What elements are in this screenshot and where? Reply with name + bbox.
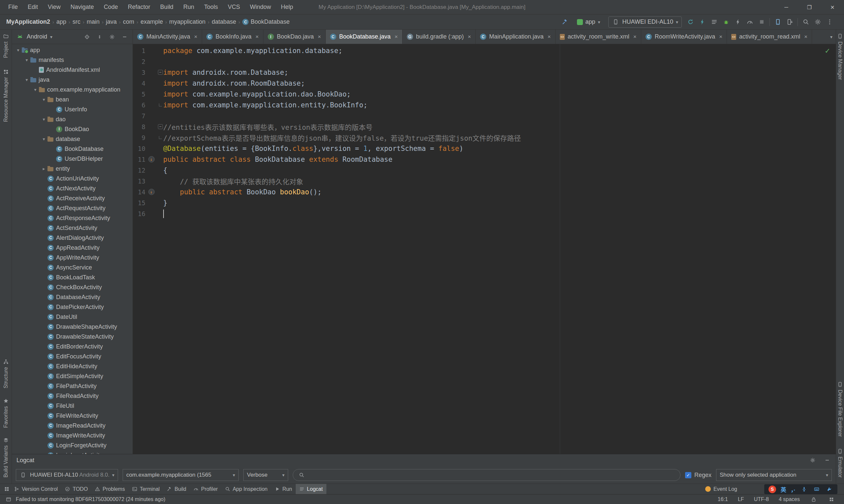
tree-item-bookloadtask[interactable]: CBookLoadTask: [12, 272, 133, 282]
logcat-filter-select[interactable]: Show only selected application: [716, 469, 832, 481]
code-line[interactable]: 11↓public abstract class BookDatabase ex…: [133, 154, 836, 165]
build-hammer-icon[interactable]: [561, 18, 569, 26]
tree-item-actnextactivity[interactable]: CActNextActivity: [12, 183, 133, 193]
editor-tab-bookdao-java[interactable]: IBookDao.java: [263, 30, 326, 44]
tree-item-edithideactivity[interactable]: CEditHideActivity: [12, 361, 133, 371]
implemented-marker-icon[interactable]: ↓: [148, 189, 155, 195]
tree-item-asyncservice[interactable]: CAsyncService: [12, 263, 133, 272]
logcat-level-select[interactable]: Verbose: [243, 469, 288, 481]
close-tab-icon[interactable]: [719, 34, 722, 40]
tool-stripe-button-device-manager[interactable]: Device Manager: [837, 34, 843, 80]
code-line[interactable]: 15}: [133, 197, 836, 208]
close-button[interactable]: [821, 0, 844, 15]
tool-button-build[interactable]: Build: [163, 484, 190, 494]
tree-item-actionuriactivity[interactable]: CActionUriActivity: [12, 174, 133, 183]
tree-item-checkboxactivity[interactable]: CCheckBoxActivity: [12, 282, 133, 292]
tree-item-app[interactable]: app: [12, 45, 133, 55]
close-tab-icon[interactable]: [194, 34, 197, 40]
tree-item-bean[interactable]: bean: [12, 94, 133, 104]
tool-window-switcher-icon[interactable]: [3, 485, 11, 493]
tree-item-filepathactivity[interactable]: CFilePathActivity: [12, 381, 133, 391]
tool-button-version-control[interactable]: Version Control: [11, 484, 61, 494]
attach-debugger-icon[interactable]: [710, 18, 718, 26]
tree-item-appreadactivity[interactable]: CAppReadActivity: [12, 243, 133, 253]
indent-indicator[interactable]: 4 spaces: [779, 497, 800, 502]
tree-item-datepickeractivity[interactable]: CDatePickerActivity: [12, 302, 133, 312]
menu-navigate[interactable]: Navigate: [66, 0, 99, 14]
tool-stripe-button-emulator[interactable]: Emulator: [837, 449, 843, 478]
line-number[interactable]: 4: [133, 80, 145, 87]
editor-tab-bookdatabase-java[interactable]: CBookDatabase.java: [326, 30, 402, 44]
chevron-down-icon[interactable]: [15, 48, 22, 53]
tree-item-dao[interactable]: dao: [12, 114, 133, 124]
line-number[interactable]: 16: [133, 210, 145, 217]
tree-item-databaseactivity[interactable]: CDatabaseActivity: [12, 292, 133, 302]
tool-stripe-button-project[interactable]: Project: [3, 34, 9, 58]
tree-item-editfocusactivity[interactable]: CEditFocusActivity: [12, 352, 133, 361]
code-line[interactable]: 1package com.example.myapplication.datab…: [133, 45, 836, 56]
breadcrumb-item[interactable]: app: [55, 18, 67, 25]
hide-panel-icon[interactable]: [121, 33, 128, 41]
line-number[interactable]: 10: [133, 145, 145, 152]
run-configuration-select[interactable]: app: [574, 16, 604, 28]
close-tab-icon[interactable]: [548, 34, 551, 40]
stop-icon[interactable]: [758, 18, 765, 26]
line-number[interactable]: 14: [133, 188, 145, 196]
tool-stripe-button-structure[interactable]: Structure: [3, 359, 9, 389]
toolbox-icon[interactable]: [825, 485, 833, 493]
implemented-marker-icon[interactable]: ↓: [148, 156, 155, 162]
tree-item-manifests[interactable]: manifests: [12, 55, 133, 65]
line-number[interactable]: 11: [133, 156, 145, 163]
more-options-icon[interactable]: [826, 18, 833, 26]
tree-item-imagewriteactivity[interactable]: CImageWriteActivity: [12, 431, 133, 440]
menu-code[interactable]: Code: [99, 0, 123, 14]
panel-settings-icon[interactable]: [108, 33, 116, 41]
chevron-down-icon[interactable]: [40, 137, 48, 142]
project-view-selector[interactable]: Android: [27, 33, 47, 40]
tree-item-bookdao[interactable]: IBookDao: [12, 124, 133, 134]
profiler-icon[interactable]: [746, 18, 754, 26]
device-manager-icon[interactable]: [774, 18, 782, 26]
menu-view[interactable]: View: [43, 0, 66, 14]
collapse-all-icon[interactable]: [96, 33, 104, 41]
code-line[interactable]: 16: [133, 208, 836, 219]
logcat-settings-icon[interactable]: [809, 456, 816, 464]
ime-language-toggle[interactable]: 英: [781, 485, 786, 493]
menu-file[interactable]: File: [3, 0, 23, 14]
code-line[interactable]: 8−//entities表示该数据库有哪些表，version表示数据库的版本号: [133, 121, 836, 132]
menu-help[interactable]: Help: [276, 0, 298, 14]
apply-code-changes-icon[interactable]: [698, 18, 706, 26]
tree-item-androidmanifest-xml[interactable]: AndroidManifest.xml: [12, 65, 133, 75]
menu-refactor[interactable]: Refactor: [123, 0, 155, 14]
editor-tab-roomwriteactivity-java[interactable]: CRoomWriteActivity.java: [641, 30, 727, 44]
tree-item-bookdatabase[interactable]: CBookDatabase: [12, 144, 133, 154]
tree-item-logininputactivity[interactable]: CLoginInputActivity: [12, 450, 133, 454]
debug-icon[interactable]: [722, 18, 730, 26]
code-editor[interactable]: 1package com.example.myapplication.datab…: [133, 44, 836, 454]
tree-item-userinfo[interactable]: CUserInfo: [12, 104, 133, 114]
breadcrumb-item[interactable]: java: [105, 18, 118, 25]
target-device-select[interactable]: HUAWEI EDI-AL10: [608, 16, 682, 28]
tool-stripe-button-resource-manager[interactable]: Resource Manager: [3, 69, 9, 122]
microphone-icon[interactable]: [800, 485, 808, 493]
menu-edit[interactable]: Edit: [23, 0, 43, 14]
breadcrumb-item[interactable]: database: [211, 18, 237, 25]
chevron-down-icon[interactable]: [23, 77, 30, 82]
tree-item-actresponseactivity[interactable]: CActResponseActivity: [12, 213, 133, 223]
tree-item-userdbhelper[interactable]: CUserDBHelper: [12, 154, 133, 164]
tool-button-profiler[interactable]: Profiler: [190, 484, 222, 494]
tree-item-dateutil[interactable]: CDateUtil: [12, 312, 133, 322]
editor-tab-mainactivity-java[interactable]: CMainActivity.java: [133, 30, 202, 44]
code-line[interactable]: 4import androidx.room.RoomDatabase;: [133, 78, 836, 89]
tree-item-actreceiveactivity[interactable]: CActReceiveActivity: [12, 193, 133, 203]
editor-tab-activity-room-write-xml[interactable]: <>activity_room_write.xml: [555, 30, 641, 44]
sogou-logo-icon[interactable]: S: [769, 486, 776, 493]
menu-vcs[interactable]: VCS: [223, 0, 245, 14]
breadcrumb-item[interactable]: src: [71, 18, 82, 25]
sync-device-icon[interactable]: [786, 18, 794, 26]
close-tab-icon[interactable]: [318, 34, 321, 40]
tree-item-loginforgetactivity[interactable]: CLoginForgetActivity: [12, 440, 133, 450]
tool-button-app-inspection[interactable]: App Inspection: [222, 484, 271, 494]
caret-position[interactable]: 16:1: [718, 497, 728, 502]
code-line[interactable]: 14↓ public abstract BookDao bookDao();: [133, 186, 836, 197]
